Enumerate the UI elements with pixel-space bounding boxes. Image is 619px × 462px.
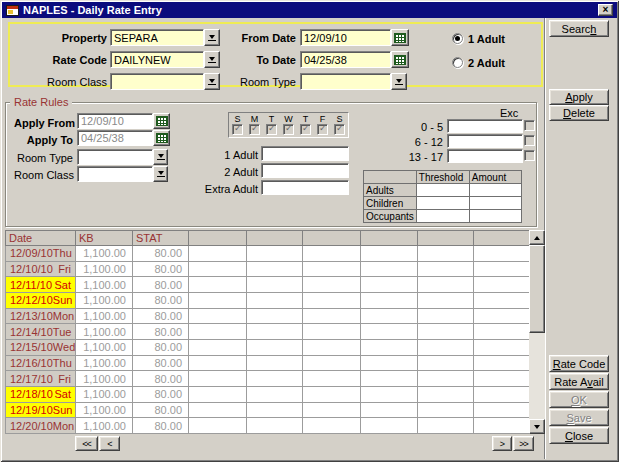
- stat-cell[interactable]: 80.00: [133, 308, 189, 324]
- empty-cell[interactable]: [303, 355, 361, 371]
- empty-cell[interactable]: [361, 308, 418, 324]
- empty-cell[interactable]: [418, 324, 474, 340]
- adult1-rate-input[interactable]: [261, 146, 349, 161]
- from-date-input[interactable]: [300, 29, 391, 46]
- exc-checkbox-6-12[interactable]: [524, 135, 535, 146]
- empty-cell[interactable]: [418, 277, 474, 293]
- age-6-12-input[interactable]: [447, 134, 523, 148]
- empty-cell[interactable]: [247, 339, 303, 355]
- rate-avail-button[interactable]: Rate Avail: [549, 373, 609, 390]
- rr-room-class-dropdown-button[interactable]: [153, 166, 168, 182]
- stat-cell[interactable]: 80.00: [133, 339, 189, 355]
- kb-cell[interactable]: 1,100.00: [76, 386, 133, 402]
- last-page-button[interactable]: >>: [513, 436, 534, 451]
- empty-cell[interactable]: [361, 386, 418, 402]
- empty-cell[interactable]: [418, 261, 474, 277]
- empty-cell[interactable]: [474, 355, 530, 371]
- property-dropdown-button[interactable]: [204, 29, 220, 46]
- empty-cell[interactable]: [247, 292, 303, 308]
- empty-cell[interactable]: [247, 308, 303, 324]
- empty-cell[interactable]: [189, 339, 247, 355]
- occupants-threshold-cell[interactable]: [416, 210, 469, 223]
- kb-cell[interactable]: 1,100.00: [76, 246, 133, 262]
- empty-cell[interactable]: [303, 371, 361, 387]
- empty-cell[interactable]: [247, 402, 303, 418]
- scrollbar-thumb[interactable]: [529, 245, 545, 333]
- occupants-amount-cell[interactable]: [469, 210, 521, 223]
- search-button[interactable]: Search: [549, 20, 609, 37]
- kb-cell[interactable]: 1,100.00: [76, 261, 133, 277]
- empty-cell[interactable]: [361, 402, 418, 418]
- weekday-checkbox-wed[interactable]: [283, 124, 294, 135]
- close-icon[interactable]: ×: [598, 4, 613, 16]
- room-type-dropdown-button[interactable]: [391, 73, 407, 90]
- kb-cell[interactable]: 1,100.00: [76, 292, 133, 308]
- empty-cell[interactable]: [474, 277, 530, 293]
- empty-cell[interactable]: [303, 386, 361, 402]
- empty-cell[interactable]: [303, 261, 361, 277]
- kb-cell[interactable]: 1,100.00: [76, 324, 133, 340]
- empty-cell[interactable]: [418, 402, 474, 418]
- weekday-checkbox-mon[interactable]: [249, 124, 260, 135]
- empty-cell[interactable]: [474, 324, 530, 340]
- empty-cell[interactable]: [361, 261, 418, 277]
- exc-checkbox-0-5[interactable]: [524, 120, 535, 131]
- empty-cell[interactable]: [247, 324, 303, 340]
- stat-cell[interactable]: 80.00: [133, 246, 189, 262]
- empty-cell[interactable]: [361, 371, 418, 387]
- empty-cell[interactable]: [418, 371, 474, 387]
- empty-cell[interactable]: [474, 418, 530, 434]
- empty-cell[interactable]: [189, 292, 247, 308]
- rate-code-input[interactable]: [110, 51, 204, 68]
- empty-cell[interactable]: [474, 261, 530, 277]
- empty-cell[interactable]: [189, 246, 247, 262]
- weekday-checkbox-tue[interactable]: [266, 124, 277, 135]
- stat-cell[interactable]: 80.00: [133, 355, 189, 371]
- from-date-calendar-button[interactable]: [391, 29, 409, 46]
- prev-page-button[interactable]: <: [99, 436, 120, 451]
- empty-cell[interactable]: [361, 324, 418, 340]
- empty-cell[interactable]: [303, 246, 361, 262]
- adults-amount-cell[interactable]: [469, 184, 521, 197]
- exc-checkbox-13-17[interactable]: [524, 150, 535, 161]
- adults-threshold-cell[interactable]: [416, 184, 469, 197]
- stat-cell[interactable]: 80.00: [133, 418, 189, 434]
- children-amount-cell[interactable]: [469, 197, 521, 210]
- radio-1-adult[interactable]: [452, 33, 463, 44]
- property-input[interactable]: [110, 29, 204, 46]
- kb-cell[interactable]: 1,100.00: [76, 418, 133, 434]
- delete-button[interactable]: Delete: [549, 105, 609, 121]
- kb-cell[interactable]: 1,100.00: [76, 308, 133, 324]
- empty-cell[interactable]: [361, 277, 418, 293]
- apply-button[interactable]: Apply: [549, 89, 609, 105]
- empty-cell[interactable]: [247, 418, 303, 434]
- stat-cell[interactable]: 80.00: [133, 371, 189, 387]
- empty-cell[interactable]: [247, 386, 303, 402]
- grid-scrollbar[interactable]: [529, 230, 545, 434]
- empty-cell[interactable]: [189, 308, 247, 324]
- empty-cell[interactable]: [474, 308, 530, 324]
- empty-cell[interactable]: [418, 418, 474, 434]
- scroll-down-icon[interactable]: [529, 419, 545, 434]
- apply-from-input[interactable]: [77, 113, 153, 129]
- empty-cell[interactable]: [189, 355, 247, 371]
- empty-cell[interactable]: [303, 324, 361, 340]
- empty-cell[interactable]: [474, 339, 530, 355]
- empty-cell[interactable]: [189, 402, 247, 418]
- empty-cell[interactable]: [247, 246, 303, 262]
- empty-cell[interactable]: [474, 246, 530, 262]
- close-button[interactable]: Close: [549, 427, 609, 444]
- kb-cell[interactable]: 1,100.00: [76, 355, 133, 371]
- first-page-button[interactable]: <<: [75, 436, 98, 451]
- weekday-checkbox-sun[interactable]: [232, 124, 243, 135]
- stat-cell[interactable]: 80.00: [133, 277, 189, 293]
- empty-cell[interactable]: [418, 292, 474, 308]
- empty-cell[interactable]: [361, 246, 418, 262]
- to-date-calendar-button[interactable]: [391, 51, 409, 68]
- stat-cell[interactable]: 80.00: [133, 261, 189, 277]
- empty-cell[interactable]: [247, 277, 303, 293]
- apply-to-calendar-button[interactable]: [153, 130, 170, 146]
- empty-cell[interactable]: [247, 355, 303, 371]
- empty-cell[interactable]: [303, 277, 361, 293]
- apply-from-calendar-button[interactable]: [153, 113, 170, 129]
